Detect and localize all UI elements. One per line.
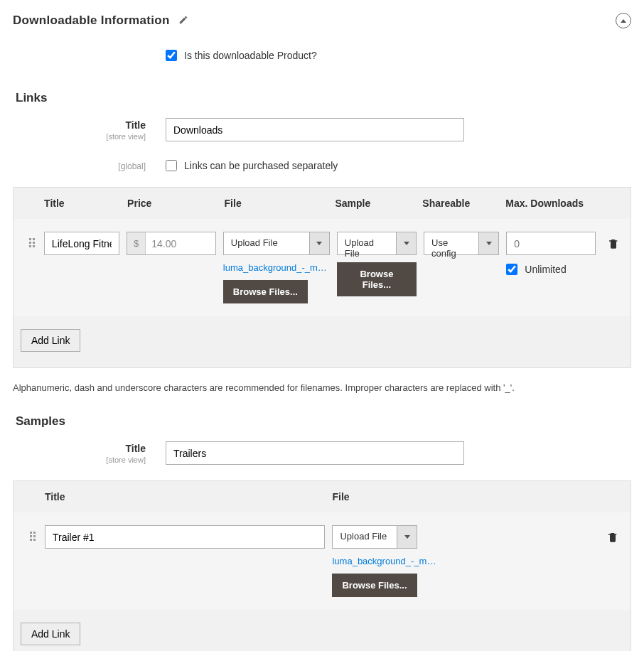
links-separately-checkbox[interactable] [166, 160, 177, 171]
sample-file-mode-label: Upload File [333, 526, 397, 548]
samples-row: Upload File luma_background_-_mo... Brow… [14, 512, 630, 610]
link-file-name[interactable]: luma_background_-_mo... [223, 262, 330, 273]
sample-file-name[interactable]: luma_background_-_mo... [332, 556, 439, 566]
currency-symbol: $ [127, 232, 146, 254]
link-unlimited-label: Unlimited [525, 264, 566, 275]
link-sample-mode-label: Upload File [338, 232, 396, 254]
is-downloadable-checkbox[interactable] [166, 50, 177, 61]
link-unlimited-checkbox[interactable] [506, 264, 517, 275]
edit-icon[interactable] [178, 15, 188, 27]
sample-file-mode-select[interactable]: Upload File [332, 525, 417, 549]
drag-handle-icon[interactable] [29, 531, 36, 542]
links-grid: Title Price File Sample Shareable Max. D… [13, 187, 631, 368]
is-downloadable-field: Is this downloadable Product? [13, 50, 631, 61]
col-max: Max. Downloads [505, 198, 602, 209]
add-sample-button[interactable]: Add Link [21, 623, 80, 645]
link-sample-browse-button[interactable]: Browse Files... [337, 262, 417, 296]
sample-browse-button[interactable]: Browse Files... [332, 574, 417, 597]
samples-heading: Samples [16, 414, 631, 429]
link-file-mode-select[interactable]: Upload File [223, 232, 330, 255]
link-file-browse-button[interactable]: Browse Files... [223, 280, 308, 303]
chevron-down-icon [478, 232, 498, 254]
section-title: Downloadable Information [13, 14, 170, 28]
section-header: Downloadable Information [13, 13, 631, 37]
col-share: Shareable [422, 198, 505, 209]
drag-handle-icon[interactable] [28, 237, 36, 248]
samples-title-field: Title [store view] [13, 441, 631, 465]
is-downloadable-label: Is this downloadable Product? [184, 50, 317, 61]
samples-title-input[interactable] [166, 441, 464, 465]
link-file-mode-label: Upload File [224, 232, 309, 254]
links-title-label: Title [125, 119, 146, 131]
samples-col-title: Title [45, 491, 333, 502]
chevron-up-icon [621, 19, 626, 23]
link-shareable-select[interactable]: Use config [424, 232, 499, 255]
chevron-down-icon [397, 526, 417, 548]
collapse-toggle[interactable] [616, 13, 631, 28]
col-title: Title [44, 198, 127, 209]
add-link-button[interactable]: Add Link [21, 329, 80, 352]
chevron-down-icon [309, 232, 329, 254]
chevron-down-icon [396, 232, 416, 254]
samples-title-label: Title [125, 443, 146, 454]
links-title-input[interactable] [166, 118, 464, 141]
samples-title-scope: [store view] [13, 456, 146, 464]
sample-title-input[interactable] [45, 525, 326, 549]
col-file: File [225, 198, 336, 209]
link-shareable-label: Use config [424, 232, 478, 254]
delete-sample-button[interactable] [607, 531, 618, 546]
links-title-field: Title [store view] [13, 118, 631, 141]
col-price: Price [127, 198, 224, 209]
links-row: $ Upload File luma_background_-_mo... Br… [14, 219, 630, 316]
links-filenames-note: Alphanumeric, dash and underscore charac… [13, 382, 631, 393]
links-heading: Links [16, 91, 631, 105]
link-title-input[interactable] [44, 232, 119, 255]
col-sample: Sample [335, 198, 422, 209]
links-separately-scope: [global] [13, 161, 146, 171]
links-title-scope: [store view] [13, 132, 146, 141]
link-max-downloads-input[interactable] [506, 232, 596, 255]
links-separately-field: [global] Links can be purchased separate… [13, 160, 631, 171]
delete-link-button[interactable] [608, 237, 619, 252]
link-sample-mode-select[interactable]: Upload File [337, 232, 417, 255]
samples-col-file: File [332, 491, 602, 502]
links-separately-label: Links can be purchased separately [184, 160, 338, 171]
samples-grid: Title File Upload File luma_background_-… [13, 480, 631, 651]
